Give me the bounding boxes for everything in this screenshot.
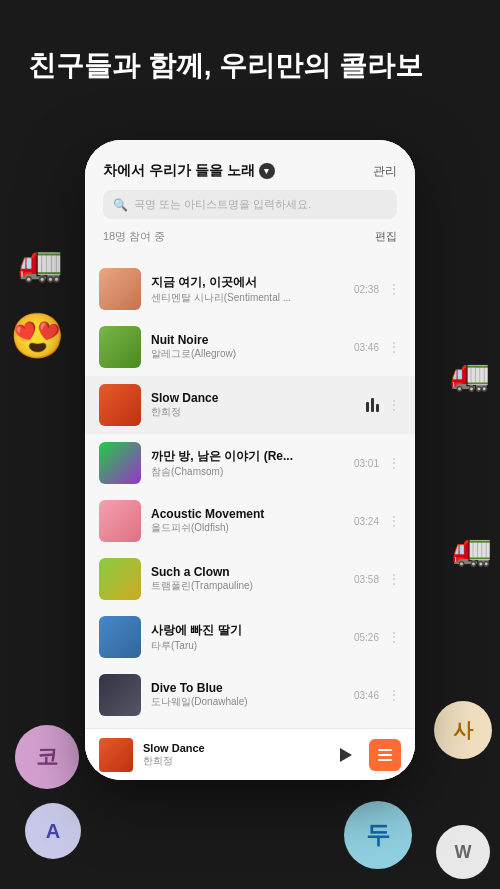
mini-queue-button[interactable] [369, 739, 401, 771]
more-options-icon[interactable]: ⋮ [387, 339, 401, 355]
song-artist: 센티멘탈 시나리(Sentimental ... [151, 291, 344, 305]
song-artist: 올드피쉬(Oldfish) [151, 521, 344, 535]
song-info: Dive To Blue도나웨일(Donawhale) [151, 681, 344, 709]
song-right-controls: 03:24⋮ [354, 513, 401, 529]
more-options-icon[interactable]: ⋮ [387, 629, 401, 645]
phone-header: 차에서 우리가 들을 노래 ▾ 관리 🔍 곡명 또는 아티스트명을 입력하세요.… [85, 140, 415, 260]
float-emoji-love: 😍 [10, 310, 65, 362]
float-circle-ko: 코 [15, 725, 79, 789]
song-duration: 03:01 [354, 458, 379, 469]
song-artist: 도나웨일(Donawhale) [151, 695, 344, 709]
song-right-controls: ⋮ [366, 397, 401, 413]
song-duration: 05:26 [354, 632, 379, 643]
song-thumbnail [99, 674, 141, 716]
song-info: 까만 방, 남은 이야기 (Re...참솜(Chamsom) [151, 448, 344, 479]
song-item[interactable]: 사랑에 빠진 딸기타루(Taru)05:26⋮ [85, 608, 415, 666]
edit-button[interactable]: 편집 [375, 229, 397, 244]
now-playing-icon [366, 398, 379, 412]
song-item[interactable]: Slow Dance한희정⋮ [85, 376, 415, 434]
search-bar[interactable]: 🔍 곡명 또는 아티스트명을 입력하세요. [103, 190, 397, 219]
chevron-down-icon[interactable]: ▾ [259, 163, 275, 179]
song-thumbnail [99, 326, 141, 368]
song-title: Such a Clown [151, 565, 344, 579]
song-artist: 한희정 [151, 405, 356, 419]
song-title: 지금 여기, 이곳에서 [151, 274, 344, 291]
song-list: 지금 여기, 이곳에서센티멘탈 시나리(Sentimental ...02:38… [85, 260, 415, 728]
float-circle-a: A [25, 803, 81, 859]
song-duration: 03:46 [354, 342, 379, 353]
song-info: Nuit Noire알레그로(Allegrow) [151, 333, 344, 361]
song-item[interactable]: Acoustic Movement올드피쉬(Oldfish)03:24⋮ [85, 492, 415, 550]
more-options-icon[interactable]: ⋮ [387, 281, 401, 297]
song-duration: 02:38 [354, 284, 379, 295]
song-info: 사랑에 빠진 딸기타루(Taru) [151, 622, 344, 653]
song-info: 지금 여기, 이곳에서센티멘탈 시나리(Sentimental ... [151, 274, 344, 305]
search-placeholder: 곡명 또는 아티스트명을 입력하세요. [134, 197, 311, 212]
playlist-title: 차에서 우리가 들을 노래 ▾ [103, 162, 275, 180]
song-artist: 알레그로(Allegrow) [151, 347, 344, 361]
song-artist: 참솜(Chamsom) [151, 465, 344, 479]
song-duration: 03:46 [354, 690, 379, 701]
song-item[interactable]: 까만 방, 남은 이야기 (Re...참솜(Chamsom)03:01⋮ [85, 434, 415, 492]
song-thumbnail [99, 500, 141, 542]
song-thumbnail [99, 384, 141, 426]
song-artist: 타루(Taru) [151, 639, 344, 653]
more-options-icon[interactable]: ⋮ [387, 687, 401, 703]
song-title: Nuit Noire [151, 333, 344, 347]
song-duration: 03:24 [354, 516, 379, 527]
search-icon: 🔍 [113, 198, 128, 212]
song-item[interactable]: 지금 여기, 이곳에서센티멘탈 시나리(Sentimental ...02:38… [85, 260, 415, 318]
float-truck-2: 🚛 [450, 355, 490, 393]
song-thumbnail [99, 268, 141, 310]
mini-player-title: Slow Dance [143, 742, 321, 754]
song-thumbnail [99, 442, 141, 484]
play-icon [340, 748, 352, 762]
song-item[interactable]: Nuit Noire알레그로(Allegrow)03:46⋮ [85, 318, 415, 376]
song-thumbnail [99, 558, 141, 600]
participants-count: 18명 참여 중 [103, 229, 165, 244]
song-right-controls: 03:46⋮ [354, 339, 401, 355]
song-title: Dive To Blue [151, 681, 344, 695]
float-circle-sa: 사 [434, 701, 492, 759]
song-title: 까만 방, 남은 이야기 (Re... [151, 448, 344, 465]
song-info: Such a Clown트램폴린(Trampauline) [151, 565, 344, 593]
song-right-controls: 03:58⋮ [354, 571, 401, 587]
song-info: Slow Dance한희정 [151, 391, 356, 419]
more-options-icon[interactable]: ⋮ [387, 455, 401, 471]
song-title: Acoustic Movement [151, 507, 344, 521]
more-options-icon[interactable]: ⋮ [387, 397, 401, 413]
song-item[interactable]: Such a Clown트램폴린(Trampauline)03:58⋮ [85, 550, 415, 608]
more-options-icon[interactable]: ⋮ [387, 513, 401, 529]
float-truck-3: 🚛 [452, 530, 492, 568]
song-title: 사랑에 빠진 딸기 [151, 622, 344, 639]
float-circle-du: 두 [344, 801, 412, 869]
header-text: 친구들과 함께, 우리만의 콜라보 [28, 48, 472, 84]
song-thumbnail [99, 616, 141, 658]
mini-player-artist: 한희정 [143, 754, 321, 768]
mini-player-thumb [99, 738, 133, 772]
song-right-controls: 03:01⋮ [354, 455, 401, 471]
float-circle-w: W [436, 825, 490, 879]
float-truck-1: 🚛 [18, 242, 63, 284]
song-item[interactable]: Dive To Blue도나웨일(Donawhale)03:46⋮ [85, 666, 415, 724]
queue-icon [378, 749, 392, 761]
song-artist: 트램폴린(Trampauline) [151, 579, 344, 593]
song-info: Acoustic Movement올드피쉬(Oldfish) [151, 507, 344, 535]
mini-play-button[interactable] [331, 741, 359, 769]
song-right-controls: 03:46⋮ [354, 687, 401, 703]
phone-mockup: 차에서 우리가 들을 노래 ▾ 관리 🔍 곡명 또는 아티스트명을 입력하세요.… [85, 140, 415, 780]
mini-player-info: Slow Dance 한희정 [143, 742, 321, 768]
song-title: Slow Dance [151, 391, 356, 405]
song-duration: 03:58 [354, 574, 379, 585]
mini-player: Slow Dance 한희정 [85, 728, 415, 780]
more-options-icon[interactable]: ⋮ [387, 571, 401, 587]
song-right-controls: 02:38⋮ [354, 281, 401, 297]
song-right-controls: 05:26⋮ [354, 629, 401, 645]
manage-button[interactable]: 관리 [373, 163, 397, 180]
